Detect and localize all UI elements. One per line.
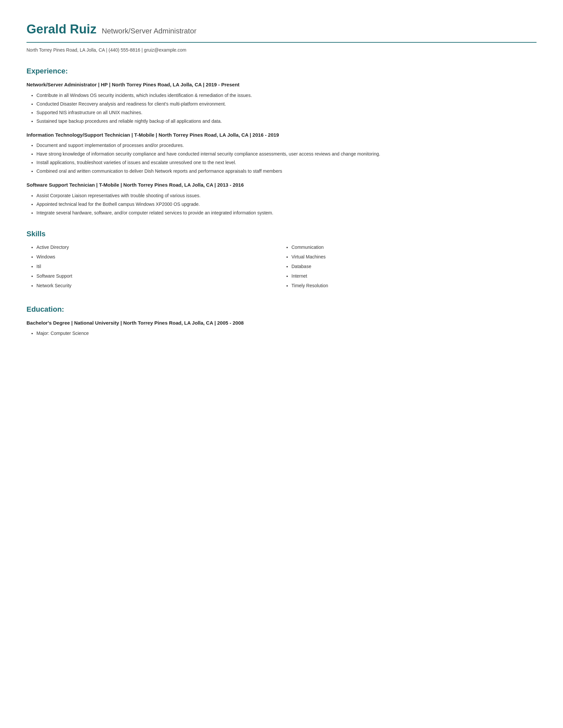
resume-header: Gerald Ruiz Network/Server Administrator — [26, 20, 537, 39]
education-bullets-0: Major: Computer Science — [26, 330, 537, 337]
skills-left-list: Active DirectoryWindowsItilSoftware Supp… — [26, 244, 282, 289]
job-bullet-0-2: Supported NIS infrastructure on all UNIX… — [36, 109, 537, 116]
education-bullet-0-0: Major: Computer Science — [36, 330, 537, 337]
skills-grid: Active DirectoryWindowsItilSoftware Supp… — [26, 244, 537, 292]
job-title-2: Software Support Technician | T-Mobile |… — [26, 181, 537, 189]
skill-right-1: Virtual Machines — [292, 253, 537, 260]
skill-right-3: Internet — [292, 273, 537, 280]
job-bullet-1-1: Have strong knowledge of information sec… — [36, 151, 537, 158]
job-bullet-0-1: Conducted Disaster Recovery analysis and… — [36, 101, 537, 108]
contact-info: North Torrey Pines Road, LA Jolla, CA | … — [26, 47, 537, 54]
header-divider — [26, 42, 537, 43]
skill-right-2: Database — [292, 263, 537, 270]
experience-section: Network/Server Administrator | HP | Nort… — [26, 81, 537, 216]
education-section-title: Education: — [26, 304, 537, 315]
education-title-0: Bachelor's Degree | National University … — [26, 319, 537, 327]
skill-left-1: Windows — [36, 253, 282, 260]
skills-right-list: CommunicationVirtual MachinesDatabaseInt… — [282, 244, 537, 289]
job-bullet-2-2: Integrate several hardware, software, an… — [36, 209, 537, 216]
skills-left-column: Active DirectoryWindowsItilSoftware Supp… — [26, 244, 282, 292]
job-bullets-2: Assist Corporate Liaison representatives… — [26, 192, 537, 216]
skill-left-0: Active Directory — [36, 244, 282, 251]
skills-right-column: CommunicationVirtual MachinesDatabaseInt… — [282, 244, 537, 292]
job-bullet-1-0: Document and support implementation of p… — [36, 142, 537, 149]
education-entry-0: Bachelor's Degree | National University … — [26, 319, 537, 337]
job-bullet-1-2: Install applications, troubleshoot varie… — [36, 159, 537, 166]
job-title-0: Network/Server Administrator | HP | Nort… — [26, 81, 537, 89]
job-bullets-1: Document and support implementation of p… — [26, 142, 537, 175]
candidate-name: Gerald Ruiz — [26, 20, 96, 39]
skill-left-2: Itil — [36, 263, 282, 270]
job-bullet-2-1: Appointed technical lead for the Bothell… — [36, 201, 537, 208]
job-bullet-2-0: Assist Corporate Liaison representatives… — [36, 192, 537, 199]
job-bullet-0-3: Sustained tape backup procedures and rel… — [36, 118, 537, 125]
job-title-1: Information Technology/Support Technicia… — [26, 131, 537, 139]
skill-left-3: Software Support — [36, 273, 282, 280]
job-bullets-0: Contribute in all Windows OS security in… — [26, 92, 537, 125]
skill-right-0: Communication — [292, 244, 537, 251]
job-bullet-1-3: Combined oral and written communication … — [36, 168, 537, 175]
candidate-title: Network/Server Administrator — [102, 25, 196, 36]
skill-left-4: Network Security — [36, 282, 282, 289]
skill-right-4: Timely Resolution — [292, 282, 537, 289]
education-section: Bachelor's Degree | National University … — [26, 319, 537, 337]
skills-section-title: Skills — [26, 228, 537, 239]
job-entry-0: Network/Server Administrator | HP | Nort… — [26, 81, 537, 125]
experience-section-title: Experience: — [26, 66, 537, 76]
job-entry-1: Information Technology/Support Technicia… — [26, 131, 537, 175]
job-entry-2: Software Support Technician | T-Mobile |… — [26, 181, 537, 216]
job-bullet-0-0: Contribute in all Windows OS security in… — [36, 92, 537, 99]
